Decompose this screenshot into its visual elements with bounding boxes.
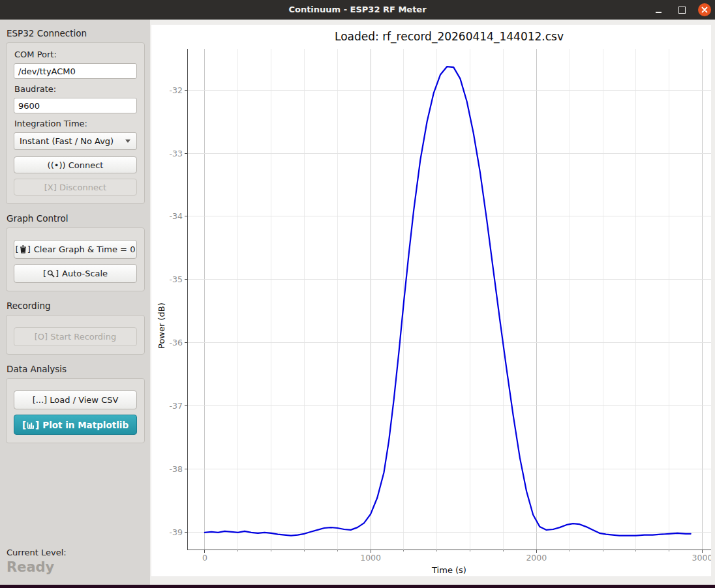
baudrate-label: Baudrate:: [14, 84, 137, 94]
y-axis-label: Power (dB): [157, 302, 166, 349]
connection-group: COM Port: Baudrate: Integration Time: In…: [6, 42, 145, 204]
com-port-label: COM Port:: [14, 50, 137, 59]
x-tick-label: 2000: [526, 553, 547, 563]
x-axis-label: Time (s): [187, 565, 711, 575]
bracket-open: [: [43, 269, 46, 278]
recording-group: [O] Start Recording: [6, 315, 145, 355]
minimize-icon: [656, 12, 662, 13]
graph-control-group: [] Clear Graph & Time = 0 [] Auto-Scale: [6, 228, 145, 291]
data-analysis-group: [...] Load / View CSV [] Plot in Matplot…: [6, 378, 145, 443]
baudrate-input[interactable]: [14, 98, 137, 113]
bracket-open: [: [22, 420, 26, 430]
integration-time-value: Instant (Fast / No Avg): [20, 136, 114, 146]
y-tick-label: -38: [170, 464, 183, 474]
bracket-close: ]: [27, 244, 31, 254]
maximize-button[interactable]: [675, 3, 689, 17]
data-line: [205, 66, 691, 536]
minimize-button[interactable]: [651, 3, 665, 17]
y-tick-label: -36: [170, 338, 183, 347]
com-port-input[interactable]: [14, 63, 137, 79]
bar-chart-icon: [27, 421, 35, 429]
plot-canvas[interactable]: Loaded: rf_record_20260414_144012.csv 01…: [151, 25, 711, 576]
plot-matplotlib-button[interactable]: [] Plot in Matplotlib: [14, 415, 137, 435]
bracket-close: ]: [55, 269, 59, 278]
y-tick-label: -34: [170, 211, 183, 221]
tick-labels: 0100020003000-39-38-37-36-35-34-33-32: [170, 85, 711, 563]
x-tick-label: 1000: [360, 553, 381, 563]
x-tick-label: 0: [202, 553, 207, 563]
plot-area: Loaded: rf_record_20260414_144012.csv 01…: [150, 20, 715, 585]
app-window: Continuum - ESP32 RF Meter ESP32 Connect…: [0, 0, 715, 588]
auto-scale-button[interactable]: [] Auto-Scale: [14, 264, 137, 283]
start-recording-button[interactable]: [O] Start Recording: [14, 327, 137, 346]
magnifier-icon: [47, 270, 55, 278]
sidebar: ESP32 Connection COM Port: Baudrate: Int…: [0, 20, 150, 585]
section-label-esp32-connection: ESP32 Connection: [7, 28, 145, 38]
section-label-graph-control: Graph Control: [7, 213, 145, 224]
section-label-data-analysis: Data Analysis: [7, 364, 145, 374]
connect-button[interactable]: ((•)) Connect: [14, 156, 137, 173]
close-button[interactable]: [698, 3, 711, 16]
window-title: Continuum - ESP32 RF Meter: [0, 0, 715, 20]
integration-time-label: Integration Time:: [14, 119, 137, 128]
plot-grid: [187, 49, 711, 550]
title-bar: Continuum - ESP32 RF Meter: [0, 0, 715, 20]
auto-scale-label: Auto-Scale: [62, 269, 108, 278]
current-level-label: Current Level:: [7, 548, 67, 557]
maximize-icon: [678, 7, 686, 14]
y-tick-label: -35: [170, 274, 183, 284]
window-body: ESP32 Connection COM Port: Baudrate: Int…: [0, 20, 715, 585]
bracket-open: [: [16, 244, 19, 254]
x-tick-label: 3000: [692, 553, 711, 563]
y-tick-label: -37: [170, 401, 183, 411]
y-tick-label: -39: [170, 527, 183, 537]
plot-matplotlib-label: Plot in Matplotlib: [42, 420, 129, 430]
y-tick-label: -32: [170, 85, 183, 95]
window-controls: [651, 0, 711, 20]
clear-graph-button[interactable]: [] Clear Graph & Time = 0: [14, 240, 137, 259]
disconnect-button[interactable]: [X] Disconnect: [14, 179, 137, 196]
status-value: Ready: [7, 559, 54, 575]
section-label-recording: Recording: [7, 301, 145, 311]
load-csv-button[interactable]: [...] Load / View CSV: [14, 390, 137, 409]
clear-graph-label: Clear Graph & Time = 0: [34, 244, 136, 254]
trash-icon: [20, 245, 27, 254]
plot-axes: [185, 49, 711, 553]
chart-svg: 0100020003000-39-38-37-36-35-34-33-32: [151, 25, 711, 576]
bracket-close: ]: [35, 420, 39, 430]
close-icon: [701, 6, 708, 14]
integration-time-select[interactable]: Instant (Fast / No Avg): [14, 132, 137, 150]
y-tick-label: -33: [170, 149, 183, 158]
chevron-down-icon: [125, 140, 130, 143]
window-bottom-border: [0, 585, 715, 588]
